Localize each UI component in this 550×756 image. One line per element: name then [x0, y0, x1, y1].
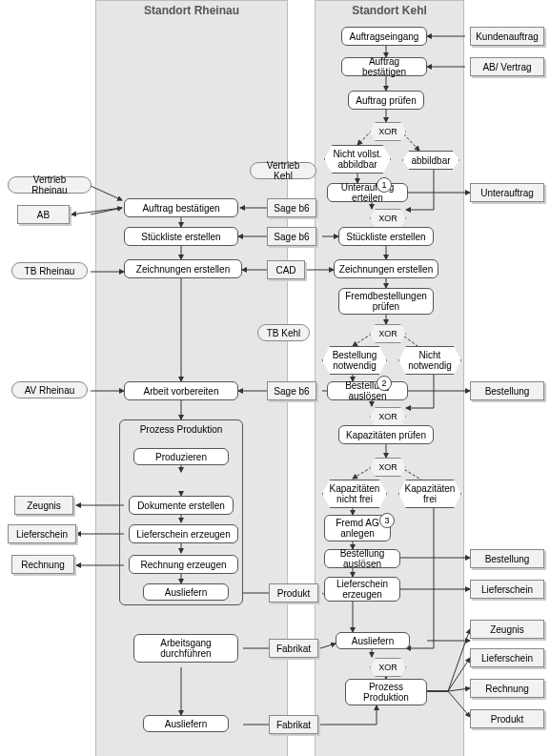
box-prozess-prod-k: Prozess Produktion [345, 679, 427, 705]
rect-sage2: Sage b6 [267, 227, 316, 246]
xor-3: XOR [370, 324, 406, 343]
rect-cad: CAD [267, 260, 305, 279]
oval-tb-kehl: TB Kehl [257, 324, 310, 341]
rect-lieferschein3: Lieferschein [470, 648, 544, 667]
mark-3: 3 [379, 513, 395, 528]
rect-lieferschein-r: Lieferschein [8, 524, 76, 543]
box-stueckliste-k: Stückliste erstellen [338, 227, 434, 246]
oval-av-rh: AV Rheinau [11, 381, 88, 398]
box-best-ausl: Bestellung auslösen [327, 381, 408, 400]
rect-fabrikat2: Fabrikat [269, 715, 318, 734]
rect-sage3: Sage b6 [267, 381, 316, 400]
rect-unterauftrag: Unterauftrag [470, 183, 544, 202]
box-zeichnungen-k: Zeichnungen erstellen [334, 259, 438, 278]
oval-vertrieb-rh: Vertrieb Rheinau [8, 176, 92, 194]
rect-bestellung1: Bestellung [470, 381, 544, 400]
box-auftragseingang: Auftragseingang [341, 27, 427, 46]
lane-kehl-header: Standort Kehl [316, 4, 463, 17]
hex-kap-frei: Kapazitäten frei [398, 480, 461, 508]
rect-ab-vertrag: AB/ Vertrag [470, 57, 544, 76]
xor-5: XOR [370, 458, 406, 477]
rect-produkt1: Produkt [269, 583, 318, 603]
box-lieferschein-k: Lieferschein erzeugen [324, 577, 400, 602]
rect-ab: AB [17, 205, 70, 224]
box-dokumente: Dokumente erstellen [129, 496, 234, 515]
box-ausliefern2: Ausliefern [143, 715, 229, 732]
hex-best-notw: Bestellung notwendig [322, 346, 387, 375]
box-ausliefern-r: Ausliefern [143, 583, 229, 601]
box-kap-prf: Kapazitäten prüfen [338, 425, 434, 444]
lane-rheinau-header: Standort Rheinau [96, 4, 287, 17]
mark-1: 1 [377, 177, 392, 193]
box-rechnung-r: Rechnung erzeugen [129, 555, 238, 574]
box-auftrag-best-k: Auftrag bestätigen [341, 57, 427, 76]
rect-rechnung-k: Rechnung [470, 679, 544, 698]
box-ausliefern-k: Ausliefern [336, 632, 410, 649]
box-auftrag-pruefen: Auftrag prüfen [348, 91, 424, 110]
box-best-ausl2: Bestellung auslösen [324, 549, 400, 568]
xor-2: XOR [370, 209, 406, 228]
rect-bestellung2: Bestellung [470, 549, 544, 568]
mark-2: 2 [377, 376, 392, 391]
oval-vertrieb-kehl: Vertrieb Kehl [250, 162, 316, 179]
box-auftrag-best-r: Auftrag bestätigen [124, 198, 238, 217]
box-arbeit-vorb: Arbeit vorbereiten [124, 381, 238, 400]
rect-rechnung-r: Rechnung [11, 555, 74, 574]
box-fremdbest: Fremdbestellungen prüfen [338, 288, 434, 315]
xor-1: XOR [370, 122, 406, 141]
rect-kundenauftrag: Kundenauftrag [470, 27, 544, 46]
rect-sage1: Sage b6 [267, 198, 316, 217]
hex-abbildbar: abbildbar [402, 151, 459, 170]
box-lieferschein-r: Lieferschein erzeugen [129, 524, 238, 543]
oval-tb-rh: TB Rheinau [11, 262, 88, 279]
label-prozess-prod: Prozess Produktion [124, 424, 238, 435]
hex-nicht-abbildbar: Nicht vollst. abbildbar [324, 145, 391, 174]
rect-zeugnis-k: Zeugnis [470, 620, 544, 639]
hex-kap-nfrei: Kapazitäten nicht frei [322, 480, 387, 508]
box-zeichnungen-r: Zeichnungen erstellen [124, 259, 242, 278]
rect-lieferschein2: Lieferschein [470, 580, 544, 599]
xor-6: XOR [370, 658, 406, 677]
box-unterauftrag: Unterauftrag erteilen [327, 183, 408, 202]
box-arbeitsgang: Arbeitsgang durchführen [133, 634, 238, 663]
rect-zeugnis-r: Zeugnis [14, 496, 73, 515]
box-produzieren: Produzieren [133, 448, 229, 465]
hex-nicht-notw: Nicht notwendig [398, 346, 461, 375]
rect-produkt-k: Produkt [470, 709, 544, 728]
box-stueckliste-r: Stückliste erstellen [124, 227, 238, 246]
xor-4: XOR [370, 407, 406, 426]
rect-fabrikat1: Fabrikat [269, 639, 318, 658]
